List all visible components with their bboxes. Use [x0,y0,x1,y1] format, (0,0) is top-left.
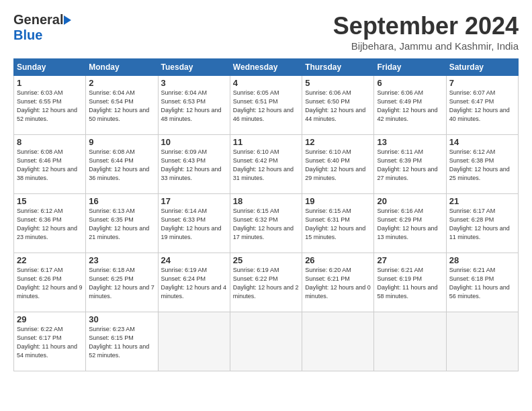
day-number: 14 [449,137,515,147]
day-number: 29 [17,314,83,324]
calendar-cell: 20 Sunrise: 6:16 AMSunset: 6:29 PMDaylig… [374,194,446,253]
calendar-cell: 19 Sunrise: 6:15 AMSunset: 6:31 PMDaylig… [302,194,374,253]
calendar-cell: 23 Sunrise: 6:18 AMSunset: 6:25 PMDaylig… [86,253,158,312]
day-number: 28 [449,255,515,265]
calendar-cell: 7 Sunrise: 6:07 AMSunset: 6:47 PMDayligh… [446,76,518,135]
day-info: Sunrise: 6:09 AMSunset: 6:43 PMDaylight:… [161,148,222,181]
day-info: Sunrise: 6:08 AMSunset: 6:44 PMDaylight:… [89,148,149,181]
day-number: 22 [17,255,83,265]
day-info: Sunrise: 6:11 AMSunset: 6:39 PMDaylight:… [377,148,437,181]
day-number: 9 [89,137,154,147]
calendar-cell: 2 Sunrise: 6:04 AMSunset: 6:54 PMDayligh… [86,76,158,135]
day-info: Sunrise: 6:17 AMSunset: 6:28 PMDaylight:… [449,208,510,240]
calendar-cell: 5 Sunrise: 6:06 AMSunset: 6:50 PMDayligh… [302,76,374,135]
calendar-cell: 18 Sunrise: 6:15 AMSunset: 6:32 PMDaylig… [230,194,302,253]
calendar-cell: 13 Sunrise: 6:11 AMSunset: 6:39 PMDaylig… [374,135,446,194]
header: General Blue September 2024 Bijbehara, J… [13,12,519,52]
day-number: 18 [233,196,299,206]
calendar-cell: 3 Sunrise: 6:04 AMSunset: 6:53 PMDayligh… [158,76,230,135]
day-number: 10 [161,137,227,147]
calendar-cell: 14 Sunrise: 6:12 AMSunset: 6:38 PMDaylig… [446,135,518,194]
month-title: September 2024 [333,12,519,40]
calendar-day-header: Thursday [302,59,374,76]
day-number: 27 [377,255,443,265]
day-info: Sunrise: 6:05 AMSunset: 6:51 PMDaylight:… [233,89,294,122]
calendar-week-row: 1 Sunrise: 6:03 AMSunset: 6:55 PMDayligh… [14,76,519,135]
calendar-cell: 4 Sunrise: 6:05 AMSunset: 6:51 PMDayligh… [230,76,302,135]
day-number: 12 [305,137,371,147]
calendar-day-header: Sunday [14,59,86,76]
day-number: 21 [449,196,515,206]
logo: General Blue [13,12,71,43]
day-info: Sunrise: 6:17 AMSunset: 6:26 PMDaylight:… [17,267,83,300]
calendar-cell: 16 Sunrise: 6:13 AMSunset: 6:35 PMDaylig… [86,194,158,253]
calendar-cell: 27 Sunrise: 6:21 AMSunset: 6:19 PMDaylig… [374,253,446,312]
calendar-day-header: Saturday [446,59,518,76]
logo-general-text: General [13,12,63,28]
calendar-cell: 6 Sunrise: 6:06 AMSunset: 6:49 PMDayligh… [374,76,446,135]
day-info: Sunrise: 6:07 AMSunset: 6:47 PMDaylight:… [449,89,510,122]
day-number: 15 [17,196,83,206]
day-info: Sunrise: 6:16 AMSunset: 6:29 PMDaylight:… [377,208,437,240]
calendar-cell: 26 Sunrise: 6:20 AMSunset: 6:21 PMDaylig… [302,253,374,312]
day-info: Sunrise: 6:13 AMSunset: 6:35 PMDaylight:… [89,208,149,240]
calendar-week-row: 8 Sunrise: 6:08 AMSunset: 6:46 PMDayligh… [14,135,519,194]
calendar-cell: 9 Sunrise: 6:08 AMSunset: 6:44 PMDayligh… [86,135,158,194]
day-number: 1 [17,78,83,88]
day-info: Sunrise: 6:15 AMSunset: 6:31 PMDaylight:… [305,208,365,240]
day-number: 3 [161,78,227,88]
day-info: Sunrise: 6:21 AMSunset: 6:18 PMDaylight:… [449,267,510,300]
day-number: 2 [89,78,154,88]
day-number: 23 [89,255,154,265]
calendar-cell: 30 Sunrise: 6:23 AMSunset: 6:15 PMDaylig… [86,312,158,371]
day-info: Sunrise: 6:21 AMSunset: 6:19 PMDaylight:… [377,267,437,300]
page: General Blue September 2024 Bijbehara, J… [0,0,532,411]
day-info: Sunrise: 6:19 AMSunset: 6:24 PMDaylight:… [161,267,227,300]
day-info: Sunrise: 6:06 AMSunset: 6:49 PMDaylight:… [377,89,437,122]
day-number: 5 [305,78,371,88]
calendar-table: SundayMondayTuesdayWednesdayThursdayFrid… [13,58,519,371]
day-info: Sunrise: 6:03 AMSunset: 6:55 PMDaylight:… [17,89,77,122]
calendar-day-header: Wednesday [230,59,302,76]
day-number: 6 [377,78,443,88]
day-info: Sunrise: 6:12 AMSunset: 6:36 PMDaylight:… [17,208,77,240]
calendar-cell: 24 Sunrise: 6:19 AMSunset: 6:24 PMDaylig… [158,253,230,312]
calendar-cell: 12 Sunrise: 6:10 AMSunset: 6:40 PMDaylig… [302,135,374,194]
day-number: 30 [89,314,154,324]
calendar-cell [446,312,518,371]
calendar-day-header: Monday [86,59,158,76]
calendar-cell: 11 Sunrise: 6:10 AMSunset: 6:42 PMDaylig… [230,135,302,194]
calendar-cell: 15 Sunrise: 6:12 AMSunset: 6:36 PMDaylig… [14,194,86,253]
calendar-cell: 28 Sunrise: 6:21 AMSunset: 6:18 PMDaylig… [446,253,518,312]
calendar-header-row: SundayMondayTuesdayWednesdayThursdayFrid… [14,59,519,76]
calendar-cell [158,312,230,371]
calendar-cell: 29 Sunrise: 6:22 AMSunset: 6:17 PMDaylig… [14,312,86,371]
day-info: Sunrise: 6:10 AMSunset: 6:40 PMDaylight:… [305,148,365,181]
day-number: 17 [161,196,227,206]
day-info: Sunrise: 6:06 AMSunset: 6:50 PMDaylight:… [305,89,365,122]
day-number: 4 [233,78,299,88]
calendar-cell [302,312,374,371]
day-info: Sunrise: 6:19 AMSunset: 6:22 PMDaylight:… [233,267,299,300]
day-info: Sunrise: 6:10 AMSunset: 6:42 PMDaylight:… [233,148,294,181]
day-info: Sunrise: 6:20 AMSunset: 6:21 PMDaylight:… [305,267,371,300]
day-info: Sunrise: 6:15 AMSunset: 6:32 PMDaylight:… [233,208,294,240]
calendar-cell: 1 Sunrise: 6:03 AMSunset: 6:55 PMDayligh… [14,76,86,135]
day-number: 26 [305,255,371,265]
calendar-week-row: 15 Sunrise: 6:12 AMSunset: 6:36 PMDaylig… [14,194,519,253]
day-number: 24 [161,255,227,265]
calendar-cell: 21 Sunrise: 6:17 AMSunset: 6:28 PMDaylig… [446,194,518,253]
title-block: September 2024 Bijbehara, Jammu and Kash… [333,12,519,52]
calendar-cell: 25 Sunrise: 6:19 AMSunset: 6:22 PMDaylig… [230,253,302,312]
day-number: 11 [233,137,299,147]
day-number: 19 [305,196,371,206]
calendar-cell [374,312,446,371]
day-info: Sunrise: 6:18 AMSunset: 6:25 PMDaylight:… [89,267,154,300]
calendar-day-header: Friday [374,59,446,76]
day-number: 25 [233,255,299,265]
day-info: Sunrise: 6:14 AMSunset: 6:33 PMDaylight:… [161,208,222,240]
location: Bijbehara, Jammu and Kashmir, India [333,40,519,52]
day-info: Sunrise: 6:12 AMSunset: 6:38 PMDaylight:… [449,148,510,181]
day-number: 20 [377,196,443,206]
calendar-cell: 8 Sunrise: 6:08 AMSunset: 6:46 PMDayligh… [14,135,86,194]
